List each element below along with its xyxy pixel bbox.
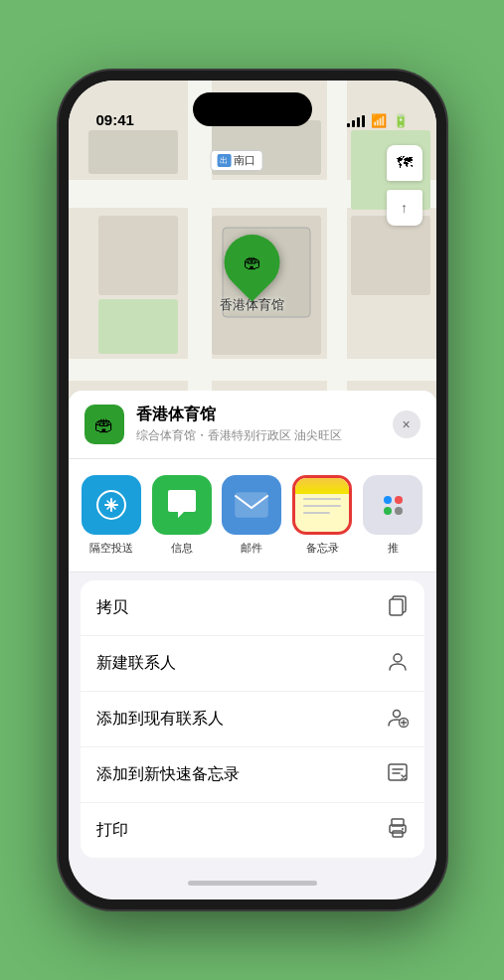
- status-time: 09:41: [96, 111, 134, 128]
- quick-note-icon: [387, 761, 409, 788]
- signal-bar-1: [347, 123, 350, 127]
- location-marker: 🏟 香港体育馆: [220, 235, 284, 314]
- share-row: 隔空投送 信息: [69, 459, 436, 572]
- signal-bar-4: [362, 115, 365, 127]
- airdrop-label: 隔空投送: [89, 541, 133, 556]
- phone-frame: 09:41 📶 🔋: [59, 71, 446, 909]
- share-item-airdrop[interactable]: 隔空投送: [81, 475, 143, 556]
- map-label: 出 南口: [210, 150, 262, 171]
- location-name: 香港体育馆: [136, 405, 381, 425]
- bottom-sheet: 🏟 香港体育馆 综合体育馆・香港特别行政区 油尖旺区 ×: [69, 391, 436, 899]
- add-contact-icon: [387, 706, 409, 733]
- wifi-icon: 📶: [371, 113, 387, 128]
- compass-button[interactable]: ↑: [387, 190, 422, 226]
- svg-point-17: [394, 654, 402, 662]
- action-print[interactable]: 打印: [81, 803, 424, 858]
- svg-rect-5: [98, 216, 178, 295]
- more-icon: [363, 475, 422, 535]
- signal-bars-icon: [347, 115, 365, 127]
- signal-bar-2: [352, 120, 355, 127]
- share-item-messages[interactable]: 信息: [150, 475, 213, 556]
- svg-rect-7: [88, 130, 178, 174]
- map-label-text: 南口: [234, 153, 255, 168]
- copy-icon: [387, 594, 409, 621]
- home-bar: [188, 881, 317, 886]
- close-button[interactable]: ×: [393, 410, 420, 438]
- share-item-mail[interactable]: 邮件: [221, 475, 283, 556]
- svg-rect-16: [390, 599, 403, 615]
- map-label-icon: 出: [217, 154, 231, 167]
- svg-rect-9: [351, 216, 430, 295]
- svg-rect-2: [69, 359, 436, 381]
- svg-point-24: [402, 828, 404, 830]
- action-add-contact[interactable]: 添加到现有联系人: [81, 692, 424, 747]
- location-info: 香港体育馆 综合体育馆・香港特别行政区 油尖旺区: [136, 405, 381, 444]
- mail-label: 邮件: [241, 541, 262, 556]
- action-quick-note-label: 添加到新快速备忘录: [96, 764, 240, 785]
- svg-point-18: [393, 711, 400, 718]
- svg-rect-10: [98, 299, 178, 354]
- action-add-contact-label: 添加到现有联系人: [96, 709, 224, 730]
- messages-label: 信息: [171, 541, 193, 556]
- location-card-icon: 🏟: [84, 405, 124, 444]
- location-desc: 综合体育馆・香港特别行政区 油尖旺区: [136, 427, 381, 444]
- notes-label: 备忘录: [306, 541, 339, 556]
- print-icon: [387, 817, 409, 844]
- action-print-label: 打印: [96, 820, 128, 841]
- map-controls: 🗺 ↑: [387, 145, 422, 226]
- marker-pin: 🏟: [213, 223, 291, 301]
- messages-icon: [152, 475, 212, 535]
- action-copy-label: 拷贝: [96, 597, 128, 618]
- map-type-button[interactable]: 🗺: [387, 145, 422, 181]
- phone-screen: 09:41 📶 🔋: [69, 81, 436, 899]
- airdrop-icon: [82, 475, 141, 535]
- dynamic-island: [193, 92, 312, 126]
- signal-bar-3: [357, 117, 360, 127]
- share-item-more[interactable]: 推: [362, 475, 424, 556]
- status-icons: 📶 🔋: [347, 113, 409, 128]
- action-new-contact-label: 新建联系人: [96, 653, 176, 674]
- new-contact-icon: [387, 650, 409, 677]
- notes-icon: [292, 475, 352, 535]
- svg-rect-23: [393, 831, 403, 837]
- svg-rect-14: [236, 493, 267, 517]
- battery-icon: 🔋: [393, 113, 409, 128]
- action-quick-note[interactable]: 添加到新快速备忘录: [81, 747, 424, 803]
- mail-icon: [222, 475, 281, 535]
- more-label: 推: [388, 541, 399, 556]
- action-list: 拷贝 新建联系人: [81, 580, 424, 858]
- home-indicator: [69, 866, 436, 899]
- share-item-notes[interactable]: 备忘录: [291, 475, 354, 556]
- action-new-contact[interactable]: 新建联系人: [81, 636, 424, 692]
- location-card: 🏟 香港体育馆 综合体育馆・香港特别行政区 油尖旺区 ×: [69, 391, 436, 459]
- action-copy[interactable]: 拷贝: [81, 580, 424, 636]
- marker-inner-icon: 🏟: [244, 252, 261, 273]
